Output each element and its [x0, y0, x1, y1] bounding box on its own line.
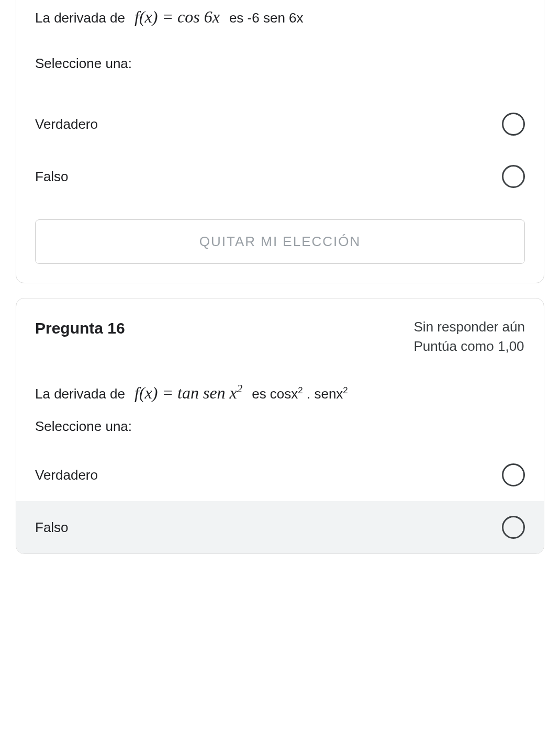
question-header: Pregunta 16 Sin responder aún Puntúa com… — [35, 317, 525, 356]
question-card-16: Pregunta 16 Sin responder aún Puntúa com… — [16, 298, 544, 554]
clear-choice-button[interactable]: QUITAR MI ELECCIÓN — [35, 219, 525, 264]
question-score: Puntúa como 1,00 — [414, 337, 525, 356]
option-false-label: Falso — [35, 167, 69, 186]
select-prompt: Seleccione una: — [35, 417, 525, 436]
question-card-15: La derivada de f(x) = cos 6x es -6 sen 6… — [16, 0, 544, 283]
option-true[interactable]: Verdadero — [35, 449, 525, 501]
question-formula: f(x) = tan sen x2 — [135, 381, 242, 404]
radio-icon[interactable] — [502, 463, 525, 486]
radio-icon[interactable] — [502, 165, 525, 188]
question-trail: es cosx2 . senx2 — [252, 384, 348, 403]
question-status: Sin responder aún — [414, 317, 525, 336]
question-text: La derivada de f(x) = tan sen x2 es cosx… — [35, 381, 525, 404]
option-false-label: Falso — [35, 518, 69, 537]
option-true[interactable]: Verdadero — [35, 98, 525, 150]
radio-icon[interactable] — [502, 516, 525, 539]
question-lead: La derivada de — [35, 384, 125, 403]
question-text: La derivada de f(x) = cos 6x es -6 sen 6… — [35, 5, 525, 29]
question-lead: La derivada de — [35, 8, 125, 27]
question-meta: Sin responder aún Puntúa como 1,00 — [414, 317, 525, 356]
radio-icon[interactable] — [502, 113, 525, 136]
question-title: Pregunta 16 — [35, 317, 125, 339]
question-trail: es -6 sen 6x — [229, 8, 304, 27]
question-formula: f(x) = cos 6x — [135, 5, 220, 29]
select-prompt: Seleccione una: — [35, 54, 525, 73]
option-true-label: Verdadero — [35, 115, 98, 134]
option-false[interactable]: Falso — [35, 150, 525, 203]
option-true-label: Verdadero — [35, 466, 98, 484]
option-false[interactable]: Falso — [16, 501, 544, 553]
